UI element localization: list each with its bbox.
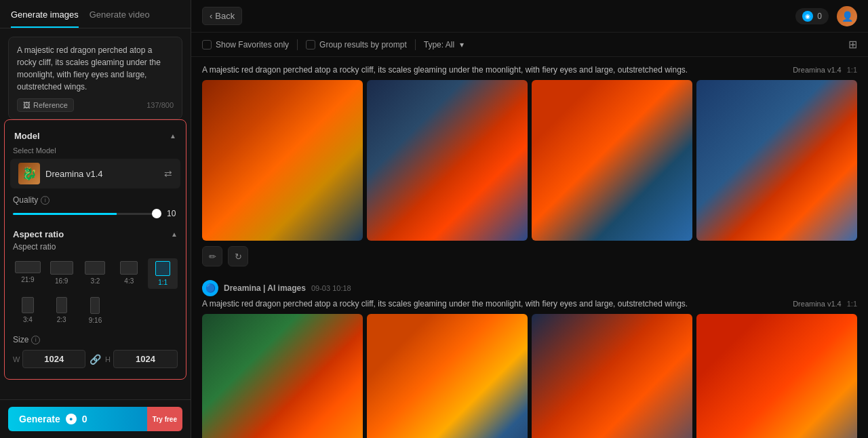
char-count: 137/800 — [146, 101, 174, 109]
group-results-checkbox[interactable] — [306, 40, 315, 49]
back-button[interactable]: ‹ Back — [202, 7, 242, 25]
image-card-1-2[interactable] — [367, 80, 528, 241]
aspect-4-3-box — [120, 261, 138, 275]
link-icon[interactable]: 🔗 — [90, 354, 101, 365]
type-dropdown[interactable]: Type: All ▾ — [424, 40, 464, 49]
back-arrow-icon: ‹ — [210, 11, 212, 21]
quality-value: 10 — [167, 209, 178, 218]
group-1-ratio: 1:1 — [847, 66, 857, 74]
prompt-area[interactable]: A majestic red dragon perched atop a roc… — [8, 37, 182, 119]
quality-slider-row: 10 — [5, 207, 186, 224]
show-favorites-checkbox[interactable] — [202, 40, 212, 49]
tab-bar: Generate images Generate video — [0, 0, 191, 28]
credit-count: 0 — [817, 12, 822, 21]
quality-label: Quality i — [13, 195, 50, 205]
edit-button-1[interactable]: ✏ — [202, 246, 222, 266]
model-settings-icon[interactable]: ⇄ — [164, 168, 172, 179]
aspect-21-9[interactable]: 21:9 — [13, 258, 43, 289]
aspect-3-4-box — [22, 297, 34, 313]
generate-button[interactable]: Generate ● 0 — [8, 407, 147, 431]
filter-divider-2 — [415, 39, 416, 50]
aspect-3-4[interactable]: 3:4 — [13, 294, 43, 327]
prompt-actions: 🖼 Reference 137/800 — [17, 98, 174, 112]
show-favorites-text: Show Favorites only — [216, 40, 289, 49]
image-card-2-1[interactable] — [202, 314, 363, 438]
quality-slider[interactable] — [13, 213, 161, 215]
group-1-prompt: A majestic red dragon perched atop a roc… — [202, 65, 787, 75]
group-2-model: Dreamina v1.4 — [793, 300, 842, 308]
content-area: A majestic red dragon perched atop a roc… — [191, 57, 868, 438]
aspect-2-3-label: 2:3 — [57, 316, 66, 323]
aspect-4-3[interactable]: 4:3 — [114, 258, 144, 289]
group-1-model: Dreamina v1.4 — [793, 66, 842, 74]
credit-icon: ◉ — [802, 11, 813, 22]
tab-generate-images[interactable]: Generate images — [11, 9, 79, 28]
user-avatar: 🔵 — [202, 280, 218, 296]
group-2-header: A majestic red dragon perched atop a roc… — [202, 299, 857, 308]
model-section-title: Model — [14, 131, 40, 141]
image-card-2-3[interactable] — [532, 314, 692, 438]
aspect-3-2-box — [85, 261, 105, 275]
aspect-section-title: Aspect ratio — [13, 229, 64, 239]
aspect-21-9-box — [15, 261, 41, 273]
size-row: Size i — [5, 332, 186, 350]
topbar: ‹ Back ◉ 0 👤 — [191, 0, 868, 33]
height-input[interactable] — [113, 350, 178, 368]
aspect-1-1[interactable]: 1:1 — [148, 258, 178, 289]
model-row[interactable]: 🐉 Dreamina v1.4 ⇄ — [10, 159, 180, 188]
credit-display: ◉ 0 — [795, 8, 829, 24]
aspect-grid-row2: 3:4 2:3 9:16 — [5, 294, 186, 332]
width-input-group: W — [13, 350, 85, 368]
group-1-actions: ✏ ↻ — [202, 246, 857, 266]
image-card-1-4[interactable] — [696, 80, 857, 241]
image-group-1: A majestic red dragon perched atop a roc… — [202, 65, 857, 266]
image-card-2-2[interactable] — [367, 314, 528, 438]
sidebar: Generate images Generate video A majesti… — [0, 0, 191, 438]
try-free-badge[interactable]: Try free — [147, 407, 182, 431]
size-info-icon[interactable]: i — [31, 336, 40, 344]
quality-info-icon[interactable]: i — [41, 196, 50, 205]
group-1-header: A majestic red dragon perched atop a roc… — [202, 65, 857, 75]
type-label: Type: All — [424, 40, 454, 49]
avatar[interactable]: 👤 — [837, 6, 857, 26]
dragon-image-1-1 — [202, 80, 363, 241]
size-inputs-row: W 🔗 H — [5, 350, 186, 374]
image-card-1-1[interactable] — [202, 80, 363, 241]
aspect-3-2-label: 3:2 — [91, 277, 100, 285]
coin-icon: ● — [66, 414, 77, 424]
aspect-3-4-label: 3:4 — [23, 316, 33, 323]
aspect-2-3[interactable]: 2:3 — [47, 294, 77, 327]
filters-bar: Show Favorites only Group results by pro… — [191, 33, 868, 57]
prompt-text: A majestic red dragon perched atop a roc… — [17, 44, 174, 93]
show-favorites-label[interactable]: Show Favorites only — [202, 40, 289, 49]
type-chevron-icon: ▾ — [460, 40, 464, 49]
aspect-1-1-label: 1:1 — [158, 279, 167, 286]
aspect-section-header[interactable]: Aspect ratio ▲ — [5, 224, 186, 242]
reference-button[interactable]: 🖼 Reference — [17, 98, 74, 112]
refresh-button-1[interactable]: ↻ — [228, 246, 248, 266]
aspect-1-1-box — [155, 261, 170, 276]
width-prefix: W — [13, 355, 20, 363]
group-1-meta: Dreamina v1.4 1:1 — [793, 66, 857, 74]
image-card-2-4[interactable] — [696, 314, 857, 438]
tab-generate-video[interactable]: Generate video — [90, 9, 150, 28]
height-input-group: H — [105, 350, 178, 368]
image-card-1-3[interactable] — [532, 80, 692, 241]
width-input[interactable] — [22, 350, 85, 368]
aspect-chevron-icon: ▲ — [171, 231, 178, 238]
model-select-label: Select Model — [5, 146, 186, 159]
height-prefix: H — [105, 355, 111, 363]
aspect-3-2[interactable]: 3:2 — [81, 258, 111, 289]
grid-view-button[interactable]: ⊞ — [848, 38, 857, 51]
model-section-header[interactable]: Model ▲ — [5, 123, 186, 146]
size-label: Size i — [13, 335, 40, 344]
generate-count: 0 — [82, 414, 87, 424]
aspect-16-9[interactable]: 16:9 — [47, 258, 77, 289]
main-content: ‹ Back ◉ 0 👤 Show Favorites only Group r… — [191, 0, 868, 438]
dragon-image-1-2 — [367, 80, 528, 241]
back-label: Back — [215, 11, 235, 21]
group-2-ratio: 1:1 — [847, 300, 857, 308]
image-group-2: 🔵 Dreamina | AI images 09-03 10:18 A maj… — [202, 280, 857, 438]
group-results-label[interactable]: Group results by prompt — [306, 40, 407, 49]
aspect-9-16[interactable]: 9:16 — [81, 294, 111, 327]
